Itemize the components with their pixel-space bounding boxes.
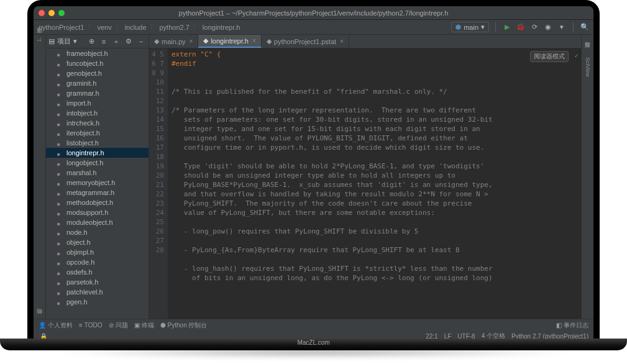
breadcrumb-segment[interactable]: python2.7: [158, 23, 191, 32]
select-opened-file-button[interactable]: ⊕: [86, 37, 96, 47]
tree-item-label: metagrammar.h: [66, 189, 114, 196]
tree-item[interactable]: osdefs.h: [46, 267, 149, 277]
code-editor[interactable]: 阅读器模式 ✓ 4 5 6 7 8 9 10 11 12 13 14 15 16…: [149, 48, 581, 319]
run-configuration-selector[interactable]: ⬢ main ▾: [451, 22, 489, 32]
coverage-button[interactable]: ⟳: [529, 22, 539, 32]
tree-item[interactable]: pgen.h: [46, 297, 149, 307]
breadcrumb-segment[interactable]: venv: [96, 23, 112, 32]
header-file-icon: [57, 279, 64, 286]
tree-item[interactable]: methodobject.h: [46, 198, 149, 207]
tree-item[interactable]: graminit.h: [46, 78, 149, 88]
breadcrumb-segment[interactable]: pythonProject1: [37, 23, 85, 32]
tree-item[interactable]: opcode.h: [46, 257, 149, 267]
tab-label: pythonProject1.pstat: [274, 38, 336, 45]
project-file-tree: frameobject.hfuncobject.hgenobject.hgram…: [46, 48, 149, 319]
more-run-button[interactable]: ▾: [557, 22, 567, 32]
header-file-icon: [57, 170, 64, 176]
project-panel-title: 项目: [57, 37, 71, 46]
header-file-icon: [57, 120, 64, 127]
editor-tab[interactable]: ◆main.py×: [149, 35, 198, 48]
file-type-icon: ◆: [267, 37, 272, 45]
problems-tool-button[interactable]: ⊘ 问题: [109, 321, 128, 330]
close-tab-button[interactable]: ×: [252, 37, 256, 44]
run-configuration-label: main: [464, 24, 478, 31]
tree-item[interactable]: import.h: [46, 98, 149, 108]
tree-item[interactable]: intobject.h: [46, 108, 149, 118]
tree-item[interactable]: frameobject.h: [46, 48, 149, 58]
chevron-down-icon: ▾: [481, 23, 485, 31]
profile-tool-button[interactable]: 👤 个人资料: [39, 321, 73, 330]
editor-tab[interactable]: ◆longintrepr.h×: [198, 35, 261, 48]
editor-tab[interactable]: ◆pythonProject1.pstat×: [262, 35, 349, 48]
header-file-icon: [57, 189, 64, 196]
tree-item[interactable]: intrcheck.h: [46, 118, 149, 128]
tree-item-label: funcobject.h: [66, 60, 103, 67]
hide-button[interactable]: −: [136, 37, 146, 47]
tree-item-label: intobject.h: [66, 109, 98, 117]
tree-item[interactable]: objimpl.h: [46, 247, 149, 257]
debug-button[interactable]: 🐞: [516, 22, 526, 32]
tree-item-label: frameobject.h: [66, 50, 108, 57]
event-log-button[interactable]: ◧ 事件日志: [556, 321, 588, 330]
tree-item[interactable]: node.h: [46, 227, 149, 237]
tree-item[interactable]: memoryobject.h: [46, 178, 149, 188]
folder-icon: ▤: [48, 37, 55, 45]
tree-item[interactable]: metagrammar.h: [46, 188, 149, 198]
project-tool-button[interactable]: 1.项目: [35, 37, 43, 42]
tree-item-label: listobject.h: [66, 139, 99, 147]
tree-item[interactable]: longobject.h: [46, 158, 149, 168]
header-file-icon: [57, 299, 64, 306]
tree-item[interactable]: longintrepr.h: [46, 148, 149, 158]
tree-item[interactable]: moduleobject.h: [46, 217, 149, 227]
window-titlebar: pythonProject1 – ~/PycharmProjects/pytho…: [34, 6, 593, 20]
settings-button[interactable]: ⚙: [124, 37, 134, 47]
breadcrumb-segment[interactable]: include: [124, 23, 148, 32]
profile-button[interactable]: ◉: [543, 22, 553, 32]
header-file-icon: [57, 160, 64, 166]
header-file-icon: [57, 180, 64, 186]
run-button[interactable]: ▶: [502, 22, 512, 32]
editor-area: ◆main.py×◆longintrepr.h×◆pythonProject1.…: [149, 35, 581, 319]
close-tab-button[interactable]: ×: [340, 38, 344, 45]
tree-item-label: iterobject.h: [66, 129, 100, 137]
tree-item[interactable]: listobject.h: [46, 138, 149, 148]
header-file-icon: [57, 100, 64, 107]
terminal-tool-button[interactable]: ▣ 终端: [134, 321, 154, 330]
header-file-icon: [57, 249, 64, 256]
chevron-down-icon[interactable]: ▾: [73, 37, 77, 45]
reader-mode-button[interactable]: 阅读器模式: [530, 51, 569, 62]
tree-item[interactable]: patchlevel.h: [46, 287, 149, 297]
header-file-icon: [57, 209, 64, 216]
tree-item[interactable]: genobject.h: [46, 68, 149, 78]
sciview-tool-button[interactable]: SciView: [585, 57, 591, 77]
todo-tool-button[interactable]: ≡ TODO: [79, 322, 103, 329]
python-console-button[interactable]: ⬢ Python 控制台: [160, 321, 208, 330]
tree-item-label: grammar.h: [66, 89, 99, 97]
search-everywhere-button[interactable]: 🔍: [580, 22, 590, 32]
tree-item[interactable]: funcobject.h: [46, 58, 149, 68]
header-file-icon: [57, 90, 64, 97]
tree-item-label: object.h: [66, 239, 91, 246]
collapse-all-button[interactable]: ÷: [111, 37, 121, 47]
tree-item[interactable]: marshal.h: [46, 168, 149, 178]
tree-item[interactable]: iterobject.h: [46, 128, 149, 138]
right-tool-stripe: 数据库 SciView: [581, 35, 593, 319]
expand-all-button[interactable]: ≡: [99, 37, 109, 47]
tree-item[interactable]: parsetok.h: [46, 277, 149, 287]
code-content[interactable]: extern "C" { #endif /* This is published…: [168, 48, 581, 319]
navigation-bar: pythonProject1〉venv〉include〉python2.7〉lo…: [34, 20, 593, 35]
tree-item[interactable]: grammar.h: [46, 88, 149, 98]
tree-item-label: osdefs.h: [66, 268, 93, 276]
tree-item[interactable]: object.h: [46, 237, 149, 247]
line-number-gutter: 4 5 6 7 8 9 10 11 12 13 14 15 16 17 18 1…: [149, 48, 168, 319]
tree-item-label: intrcheck.h: [66, 119, 99, 127]
breadcrumb-segment[interactable]: longintrepr.h: [201, 23, 242, 32]
project-tool-window: ▤ 项目 ▾ ⊕ ≡ ÷ ⚙ − frameobject.hfuncobject…: [46, 35, 149, 319]
chevron-right-icon: 〉: [150, 22, 157, 32]
tree-item-label: modsupport.h: [66, 209, 108, 216]
tree-item-label: marshal.h: [66, 169, 96, 176]
tree-item[interactable]: modsupport.h: [46, 207, 149, 217]
inspection-check-icon[interactable]: ✓: [574, 52, 579, 60]
close-tab-button[interactable]: ×: [190, 38, 193, 45]
tree-item-label: parsetok.h: [66, 278, 98, 286]
